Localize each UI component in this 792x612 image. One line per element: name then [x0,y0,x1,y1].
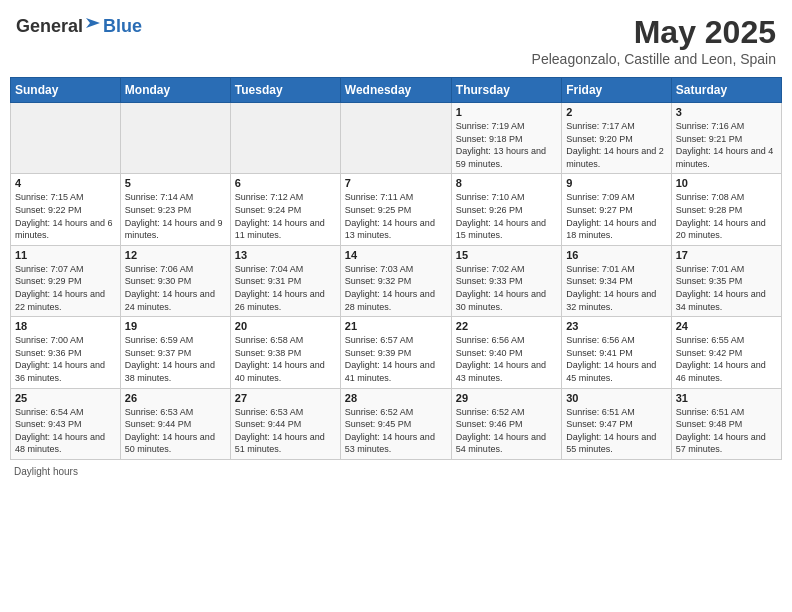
day-number: 10 [676,177,777,189]
calendar-cell [230,103,340,174]
day-info: Sunrise: 7:17 AM Sunset: 9:20 PM Dayligh… [566,120,666,170]
logo-general-text: General [16,16,83,37]
calendar-cell: 2Sunrise: 7:17 AM Sunset: 9:20 PM Daylig… [562,103,671,174]
logo-blue-text: Blue [103,16,142,37]
title-block: May 2025 Peleagonzalo, Castille and Leon… [532,14,776,67]
calendar-cell: 22Sunrise: 6:56 AM Sunset: 9:40 PM Dayli… [451,317,561,388]
day-number: 13 [235,249,336,261]
calendar-cell: 1Sunrise: 7:19 AM Sunset: 9:18 PM Daylig… [451,103,561,174]
day-info: Sunrise: 6:55 AM Sunset: 9:42 PM Dayligh… [676,334,777,384]
calendar-cell: 26Sunrise: 6:53 AM Sunset: 9:44 PM Dayli… [120,388,230,459]
day-info: Sunrise: 7:02 AM Sunset: 9:33 PM Dayligh… [456,263,557,313]
calendar-week-row: 11Sunrise: 7:07 AM Sunset: 9:29 PM Dayli… [11,245,782,316]
calendar-cell: 29Sunrise: 6:52 AM Sunset: 9:46 PM Dayli… [451,388,561,459]
day-info: Sunrise: 7:15 AM Sunset: 9:22 PM Dayligh… [15,191,116,241]
day-info: Sunrise: 7:16 AM Sunset: 9:21 PM Dayligh… [676,120,777,170]
day-number: 25 [15,392,116,404]
calendar-cell: 27Sunrise: 6:53 AM Sunset: 9:44 PM Dayli… [230,388,340,459]
day-info: Sunrise: 6:52 AM Sunset: 9:46 PM Dayligh… [456,406,557,456]
calendar-cell: 5Sunrise: 7:14 AM Sunset: 9:23 PM Daylig… [120,174,230,245]
calendar-week-row: 25Sunrise: 6:54 AM Sunset: 9:43 PM Dayli… [11,388,782,459]
day-info: Sunrise: 6:56 AM Sunset: 9:40 PM Dayligh… [456,334,557,384]
day-number: 14 [345,249,447,261]
day-info: Sunrise: 7:00 AM Sunset: 9:36 PM Dayligh… [15,334,116,384]
calendar-cell: 14Sunrise: 7:03 AM Sunset: 9:32 PM Dayli… [340,245,451,316]
calendar-cell: 7Sunrise: 7:11 AM Sunset: 9:25 PM Daylig… [340,174,451,245]
calendar-cell [11,103,121,174]
day-number: 15 [456,249,557,261]
calendar-table: SundayMondayTuesdayWednesdayThursdayFrid… [10,77,782,460]
location-subtitle: Peleagonzalo, Castille and Leon, Spain [532,51,776,67]
day-info: Sunrise: 6:53 AM Sunset: 9:44 PM Dayligh… [125,406,226,456]
month-title: May 2025 [532,14,776,51]
day-info: Sunrise: 6:54 AM Sunset: 9:43 PM Dayligh… [15,406,116,456]
calendar-cell [120,103,230,174]
day-info: Sunrise: 7:03 AM Sunset: 9:32 PM Dayligh… [345,263,447,313]
day-number: 11 [15,249,116,261]
day-info: Sunrise: 6:51 AM Sunset: 9:47 PM Dayligh… [566,406,666,456]
calendar-cell [340,103,451,174]
logo: General Blue [16,14,142,37]
day-info: Sunrise: 7:09 AM Sunset: 9:27 PM Dayligh… [566,191,666,241]
day-number: 2 [566,106,666,118]
calendar-footer: Daylight hours [10,466,782,477]
day-info: Sunrise: 7:14 AM Sunset: 9:23 PM Dayligh… [125,191,226,241]
day-info: Sunrise: 7:01 AM Sunset: 9:34 PM Dayligh… [566,263,666,313]
day-number: 30 [566,392,666,404]
calendar-cell: 10Sunrise: 7:08 AM Sunset: 9:28 PM Dayli… [671,174,781,245]
day-info: Sunrise: 6:57 AM Sunset: 9:39 PM Dayligh… [345,334,447,384]
day-number: 20 [235,320,336,332]
calendar-cell: 13Sunrise: 7:04 AM Sunset: 9:31 PM Dayli… [230,245,340,316]
calendar-cell: 23Sunrise: 6:56 AM Sunset: 9:41 PM Dayli… [562,317,671,388]
day-number: 12 [125,249,226,261]
day-number: 3 [676,106,777,118]
calendar-cell: 20Sunrise: 6:58 AM Sunset: 9:38 PM Dayli… [230,317,340,388]
calendar-cell: 12Sunrise: 7:06 AM Sunset: 9:30 PM Dayli… [120,245,230,316]
calendar-cell: 4Sunrise: 7:15 AM Sunset: 9:22 PM Daylig… [11,174,121,245]
calendar-day-header: Wednesday [340,78,451,103]
calendar-day-header: Saturday [671,78,781,103]
logo-arrow-icon [84,14,102,32]
day-number: 27 [235,392,336,404]
calendar-cell: 24Sunrise: 6:55 AM Sunset: 9:42 PM Dayli… [671,317,781,388]
day-number: 22 [456,320,557,332]
calendar-day-header: Sunday [11,78,121,103]
day-info: Sunrise: 7:10 AM Sunset: 9:26 PM Dayligh… [456,191,557,241]
calendar-day-header: Thursday [451,78,561,103]
day-number: 7 [345,177,447,189]
day-number: 21 [345,320,447,332]
page-container: General Blue May 2025 Peleagonzalo, Cast… [10,10,782,477]
day-info: Sunrise: 6:59 AM Sunset: 9:37 PM Dayligh… [125,334,226,384]
calendar-cell: 3Sunrise: 7:16 AM Sunset: 9:21 PM Daylig… [671,103,781,174]
day-number: 4 [15,177,116,189]
day-number: 9 [566,177,666,189]
calendar-cell: 19Sunrise: 6:59 AM Sunset: 9:37 PM Dayli… [120,317,230,388]
calendar-cell: 17Sunrise: 7:01 AM Sunset: 9:35 PM Dayli… [671,245,781,316]
day-info: Sunrise: 6:52 AM Sunset: 9:45 PM Dayligh… [345,406,447,456]
calendar-week-row: 1Sunrise: 7:19 AM Sunset: 9:18 PM Daylig… [11,103,782,174]
calendar-cell: 6Sunrise: 7:12 AM Sunset: 9:24 PM Daylig… [230,174,340,245]
calendar-cell: 11Sunrise: 7:07 AM Sunset: 9:29 PM Dayli… [11,245,121,316]
calendar-week-row: 4Sunrise: 7:15 AM Sunset: 9:22 PM Daylig… [11,174,782,245]
day-number: 26 [125,392,226,404]
day-number: 5 [125,177,226,189]
day-number: 8 [456,177,557,189]
day-info: Sunrise: 7:12 AM Sunset: 9:24 PM Dayligh… [235,191,336,241]
day-info: Sunrise: 7:04 AM Sunset: 9:31 PM Dayligh… [235,263,336,313]
day-info: Sunrise: 6:58 AM Sunset: 9:38 PM Dayligh… [235,334,336,384]
day-info: Sunrise: 7:11 AM Sunset: 9:25 PM Dayligh… [345,191,447,241]
day-number: 17 [676,249,777,261]
calendar-cell: 31Sunrise: 6:51 AM Sunset: 9:48 PM Dayli… [671,388,781,459]
day-number: 23 [566,320,666,332]
svg-marker-0 [86,18,100,28]
calendar-cell: 18Sunrise: 7:00 AM Sunset: 9:36 PM Dayli… [11,317,121,388]
day-number: 16 [566,249,666,261]
day-number: 1 [456,106,557,118]
day-info: Sunrise: 7:07 AM Sunset: 9:29 PM Dayligh… [15,263,116,313]
day-info: Sunrise: 7:06 AM Sunset: 9:30 PM Dayligh… [125,263,226,313]
day-number: 18 [15,320,116,332]
calendar-cell: 21Sunrise: 6:57 AM Sunset: 9:39 PM Dayli… [340,317,451,388]
calendar-cell: 9Sunrise: 7:09 AM Sunset: 9:27 PM Daylig… [562,174,671,245]
calendar-cell: 8Sunrise: 7:10 AM Sunset: 9:26 PM Daylig… [451,174,561,245]
calendar-cell: 16Sunrise: 7:01 AM Sunset: 9:34 PM Dayli… [562,245,671,316]
